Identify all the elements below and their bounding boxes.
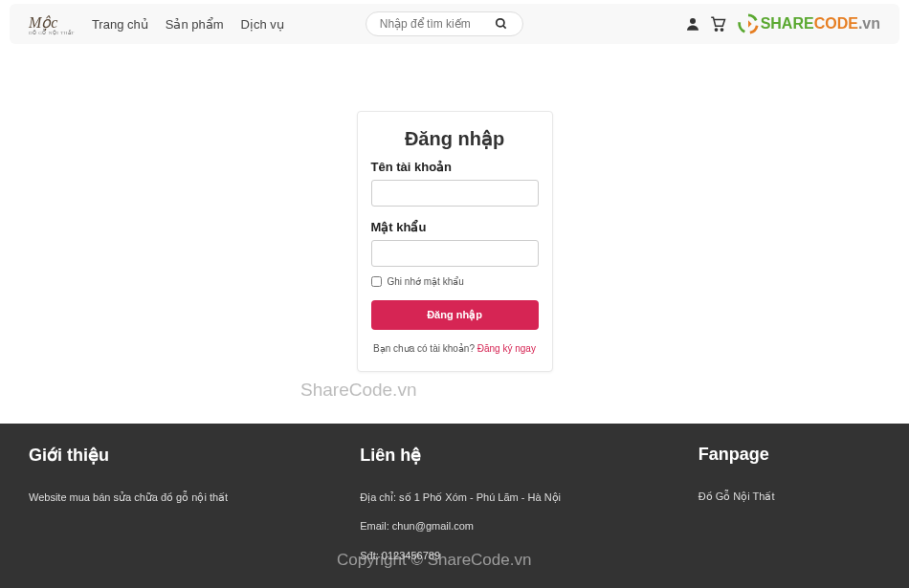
search-box[interactable]: [366, 11, 523, 36]
watermark-1: ShareCode.vn: [300, 380, 416, 401]
signup-prompt: Bạn chưa có tài khoản? Đăng ký ngay: [371, 343, 539, 354]
sharecode-suffix: .vn: [858, 15, 880, 33]
logo[interactable]: Mộc ĐỒ GỖ NỘI THẤT: [29, 13, 75, 35]
username-input[interactable]: [371, 180, 539, 207]
signup-link[interactable]: Đăng ký ngay: [477, 343, 536, 354]
sharecode-logo[interactable]: SHARECODE.vn: [738, 13, 880, 34]
svg-marker-5: [748, 20, 752, 27]
header: Mộc ĐỒ GỖ NỘI THẤT Trang chủ Sản phẩm Dị…: [10, 4, 899, 44]
cart-icon[interactable]: [709, 15, 726, 33]
logo-text: Mộc: [29, 14, 57, 31]
header-right: SHARECODE.vn: [684, 13, 880, 34]
username-label: Tên tài khoản: [371, 160, 539, 174]
footer-address: Địa chỉ: số 1 Phố Xóm - Phú Lãm - Hà Nội: [360, 483, 698, 512]
sharecode-icon: [738, 13, 759, 34]
svg-point-0: [497, 19, 504, 27]
nav-home[interactable]: Trang chủ: [92, 17, 148, 32]
footer-phone: Sđt: 0123456789: [360, 541, 698, 571]
nav: Trang chủ Sản phẩm Dịch vụ: [92, 17, 284, 32]
user-icon[interactable]: [684, 15, 701, 33]
svg-point-2: [690, 18, 696, 24]
password-input[interactable]: [371, 240, 539, 267]
remember-wrap: Ghi nhớ mật khẩu: [371, 276, 539, 287]
footer-fanpage-title: Fanpage: [698, 445, 880, 465]
svg-line-1: [503, 26, 506, 29]
remember-checkbox[interactable]: [371, 276, 382, 287]
nav-services[interactable]: Dịch vụ: [241, 17, 284, 32]
footer-col-fanpage: Fanpage Đồ Gỗ Nội Thất: [698, 445, 880, 571]
footer-email: Email: chun@gmail.com: [360, 512, 698, 541]
svg-point-4: [721, 29, 722, 31]
svg-point-3: [715, 29, 717, 31]
footer-col-intro: Giới thiệu Website mua bán sửa chữa đồ g…: [29, 445, 341, 571]
search-icon[interactable]: [495, 17, 508, 31]
login-card: Đăng nhập Tên tài khoản Mật khẩu Ghi nhớ…: [357, 111, 553, 372]
footer-contact-title: Liên hệ: [360, 445, 698, 466]
footer-intro-text: Website mua bán sửa chữa đồ gỗ nội thất: [29, 483, 341, 512]
search-input[interactable]: [380, 17, 495, 31]
login-title: Đăng nhập: [371, 127, 539, 150]
password-label: Mật khẩu: [371, 220, 539, 234]
sharecode-text2: CODE: [814, 15, 858, 33]
signup-prompt-text: Bạn chưa có tài khoản?: [373, 343, 477, 354]
login-button[interactable]: Đăng nhập: [371, 300, 539, 330]
sharecode-text1: SHARE: [761, 15, 814, 33]
footer-col-contact: Liên hệ Địa chỉ: số 1 Phố Xóm - Phú Lãm …: [341, 445, 698, 571]
logo-subtitle: ĐỒ GỖ NỘI THẤT: [29, 30, 75, 35]
footer-intro-title: Giới thiệu: [29, 445, 341, 466]
footer: Giới thiệu Website mua bán sửa chữa đồ g…: [0, 424, 909, 588]
footer-fanpage-text[interactable]: Đồ Gỗ Nội Thất: [698, 482, 880, 512]
nav-products[interactable]: Sản phẩm: [166, 17, 224, 32]
remember-label: Ghi nhớ mật khẩu: [388, 276, 464, 287]
